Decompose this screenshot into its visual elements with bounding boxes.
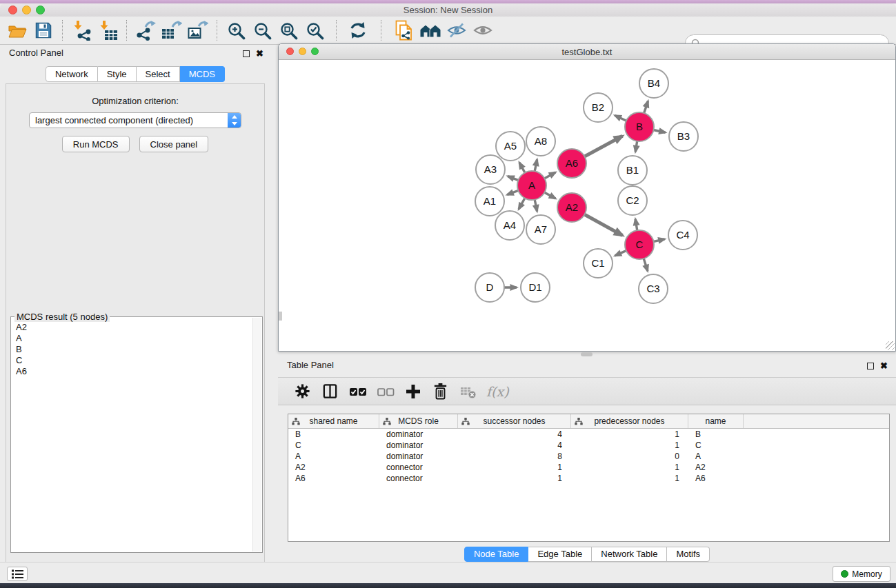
table-cell[interactable]: C	[688, 440, 744, 451]
network-graph[interactable]: AA1A2A3A4A5A6A7A8BB1B2B3B4CC1C2C3C4DD1	[279, 60, 895, 351]
column-header-name[interactable]: name	[688, 414, 744, 428]
result-item[interactable]: A6	[16, 366, 262, 377]
table-cell[interactable]: A2	[288, 462, 379, 473]
tab-network[interactable]: Network	[46, 66, 98, 82]
refresh-button[interactable]	[345, 18, 371, 43]
close-window-button[interactable]	[8, 6, 17, 14]
float-table-panel-icon[interactable]	[867, 363, 874, 369]
show-columns-button[interactable]	[321, 382, 339, 401]
table-cell[interactable]: connector	[379, 473, 458, 484]
canvas-left-nub[interactable]	[279, 312, 282, 321]
table-cell[interactable]: 4	[458, 440, 571, 451]
tab-style[interactable]: Style	[98, 66, 137, 82]
save-session-button[interactable]	[30, 18, 57, 43]
table-cell[interactable]: 8	[458, 451, 571, 462]
table-cell[interactable]: C	[288, 440, 379, 451]
table-cell[interactable]: B	[288, 429, 379, 440]
open-session-button[interactable]	[4, 18, 30, 43]
create-column-button[interactable]	[404, 382, 422, 401]
table-row[interactable]: Adominator80A	[288, 451, 889, 462]
optimization-select[interactable]: largest connected component (directed)	[29, 112, 241, 128]
column-header-successor-nodes[interactable]: successor nodes	[458, 414, 571, 428]
table-cell[interactable]: 1	[458, 473, 571, 484]
table-cell[interactable]: dominator	[379, 451, 458, 462]
minimize-window-button[interactable]	[22, 6, 31, 14]
result-item[interactable]: A	[16, 333, 262, 344]
table-cell[interactable]: B	[688, 429, 744, 440]
table-cell[interactable]: 1	[571, 473, 688, 484]
zoom-window-button[interactable]	[36, 6, 45, 14]
result-scrollbar[interactable]	[252, 318, 261, 551]
table-header-row: shared nameMCDS rolesuccessor nodesprede…	[288, 414, 889, 429]
select-all-columns-button[interactable]	[348, 382, 367, 401]
table-cell[interactable]: 4	[458, 429, 571, 440]
table-cell[interactable]: 1	[571, 440, 688, 451]
mcds-result-list[interactable]: A2ABCA6	[11, 317, 262, 377]
network-zoom-button[interactable]	[311, 48, 319, 55]
column-header-label: shared name	[309, 416, 357, 426]
close-panel-icon[interactable]: ✖	[256, 48, 263, 59]
export-table-icon	[161, 21, 182, 41]
column-header-shared-name[interactable]: shared name	[288, 414, 379, 428]
export-image-button[interactable]	[185, 18, 211, 43]
eye-slash-icon	[447, 22, 466, 39]
column-header-predecessor-nodes[interactable]: predecessor nodes	[571, 414, 688, 428]
table-cell[interactable]: A6	[688, 473, 744, 484]
task-history-button[interactable]	[7, 567, 28, 581]
table-cell[interactable]: 0	[571, 451, 688, 462]
table-tab-node-table[interactable]: Node Table	[464, 547, 529, 562]
panel-splitter-handle[interactable]	[581, 352, 593, 356]
window-resize-grip[interactable]	[886, 341, 895, 350]
table-row[interactable]: A6connector11A6	[288, 473, 889, 484]
table-row[interactable]: A2connector11A2	[288, 462, 889, 473]
function-builder-button[interactable]: f(x)	[486, 382, 509, 401]
result-item[interactable]: B	[16, 344, 262, 355]
result-item[interactable]: A2	[16, 322, 262, 333]
zoom-in-button[interactable]	[223, 18, 249, 43]
zoom-selected-button[interactable]	[301, 18, 328, 43]
network-canvas[interactable]: AA1A2A3A4A5A6A7A8BB1B2B3B4CC1C2C3C4DD1	[279, 60, 895, 351]
column-header-MCDS-role[interactable]: MCDS role	[379, 414, 458, 428]
table-tab-edge-table[interactable]: Edge Table	[528, 547, 592, 562]
table-cell[interactable]: A	[288, 451, 379, 462]
tab-mcds[interactable]: MCDS	[180, 66, 225, 82]
delete-table-button[interactable]	[459, 382, 477, 401]
tab-select[interactable]: Select	[137, 66, 180, 82]
table-tab-motifs[interactable]: Motifs	[667, 547, 710, 562]
table-cell[interactable]: connector	[379, 462, 458, 473]
table-tab-network-table[interactable]: Network Table	[592, 547, 667, 562]
table-cell[interactable]: A6	[288, 473, 379, 484]
zoom-fit-button[interactable]	[275, 18, 301, 43]
houses-button[interactable]	[417, 18, 444, 43]
export-network-button[interactable]	[132, 18, 159, 43]
table-row[interactable]: Cdominator41C	[288, 440, 889, 451]
delete-column-button[interactable]	[431, 382, 450, 401]
table-cell[interactable]: A2	[688, 462, 744, 473]
memory-button[interactable]: Memory	[833, 566, 890, 582]
close-table-panel-icon[interactable]: ✖	[880, 361, 888, 371]
export-table-button[interactable]	[159, 18, 185, 43]
table-cell[interactable]: 1	[458, 462, 571, 473]
network-from-file-button[interactable]	[391, 18, 417, 43]
run-mcds-button[interactable]: Run MCDS	[62, 136, 130, 152]
network-minimize-button[interactable]	[299, 48, 306, 55]
table-cell[interactable]: dominator	[379, 429, 458, 440]
hide-selected-button[interactable]	[444, 18, 470, 43]
table-cell[interactable]: 1	[571, 429, 688, 440]
network-close-button[interactable]	[286, 48, 294, 55]
graph-node-label-A8: A8	[535, 135, 547, 147]
close-panel-button[interactable]: Close panel	[139, 136, 209, 152]
import-network-button[interactable]	[68, 18, 94, 43]
table-settings-button[interactable]	[293, 382, 312, 401]
show-all-button[interactable]	[470, 18, 496, 43]
table-row[interactable]: Bdominator41B	[288, 429, 889, 440]
import-table-button[interactable]	[94, 18, 121, 43]
deselect-all-columns-button[interactable]	[376, 382, 395, 401]
zoom-out-button[interactable]	[249, 18, 275, 43]
result-item[interactable]: C	[16, 355, 262, 366]
table-cell[interactable]: A	[688, 451, 744, 462]
table-cell[interactable]: 1	[571, 462, 688, 473]
table-cell[interactable]: dominator	[379, 440, 458, 451]
float-panel-icon[interactable]	[243, 50, 250, 57]
status-bar: Memory	[0, 562, 896, 583]
